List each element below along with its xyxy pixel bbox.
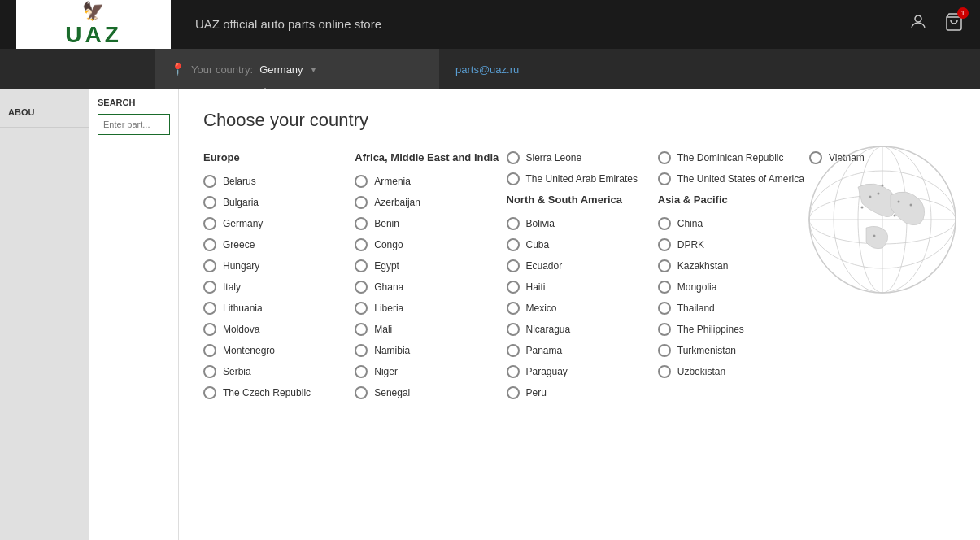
list-item[interactable]: Ghana bbox=[355, 281, 506, 294]
list-item[interactable]: Belarus bbox=[203, 175, 355, 188]
radio-circle bbox=[507, 344, 520, 357]
radio-circle bbox=[355, 365, 368, 378]
list-item[interactable]: Mongolia bbox=[658, 281, 809, 294]
radio-circle bbox=[355, 196, 368, 209]
list-item[interactable]: Namibia bbox=[355, 344, 506, 357]
list-item[interactable]: Sierra Leone bbox=[507, 151, 658, 164]
radio-circle bbox=[658, 217, 671, 230]
list-item[interactable]: Mali bbox=[355, 323, 506, 336]
radio-circle bbox=[507, 281, 520, 294]
radio-circle bbox=[203, 365, 216, 378]
country-name: Armenia bbox=[374, 176, 411, 187]
list-item[interactable]: Turkmenistan bbox=[658, 344, 809, 357]
country-name: Benin bbox=[374, 218, 399, 229]
pin-icon: 📍 bbox=[171, 63, 185, 76]
radio-circle bbox=[507, 151, 520, 164]
list-item[interactable]: Germany bbox=[203, 217, 355, 230]
country-name: Belarus bbox=[223, 176, 256, 187]
bg-decorative-text: UASE bbox=[285, 434, 369, 540]
country-name: Senegal bbox=[374, 387, 410, 398]
country-selector[interactable]: 📍 Your country: Germany ▼ bbox=[155, 49, 439, 89]
list-item[interactable]: Azerbaijan bbox=[355, 196, 506, 209]
search-input[interactable] bbox=[98, 114, 170, 135]
country-name: Mali bbox=[374, 324, 392, 335]
country-name: The Czech Republic bbox=[223, 387, 311, 398]
list-item[interactable]: Benin bbox=[355, 217, 506, 230]
list-item[interactable]: Panama bbox=[507, 344, 658, 357]
list-item[interactable]: The United Arab Emirates bbox=[507, 172, 658, 185]
country-panel: Choose your country bbox=[179, 89, 980, 540]
logo-icon: 🦅 UAZ bbox=[65, 1, 122, 48]
country-name: Bolivia bbox=[526, 218, 555, 229]
svg-point-0 bbox=[915, 15, 921, 22]
list-item[interactable]: Serbia bbox=[203, 365, 355, 378]
radio-circle bbox=[658, 259, 671, 272]
list-item[interactable]: Thailand bbox=[658, 302, 809, 315]
country-name: Italy bbox=[223, 281, 241, 293]
country-name: Moldova bbox=[223, 324, 259, 335]
cart-icon[interactable]: 1 bbox=[944, 12, 964, 37]
sidebar-item-about[interactable]: ABOU bbox=[0, 98, 89, 128]
country-name: Turkmenistan bbox=[677, 345, 736, 356]
list-item[interactable]: Egypt bbox=[355, 259, 506, 272]
list-item[interactable]: Mexico bbox=[507, 302, 658, 315]
list-item[interactable]: DPRK bbox=[658, 238, 809, 251]
country-name: Bulgaria bbox=[223, 197, 259, 208]
list-item[interactable]: Liberia bbox=[355, 302, 506, 315]
email-link[interactable]: parts@uaz.ru bbox=[439, 63, 535, 76]
chevron-down-icon: ▼ bbox=[310, 65, 318, 74]
col-header-africa: Africa, Middle East and India bbox=[355, 151, 506, 163]
list-item[interactable]: Congo bbox=[355, 238, 506, 251]
list-item[interactable]: Greece bbox=[203, 238, 355, 251]
list-item[interactable]: Paraguay bbox=[507, 365, 658, 378]
list-item[interactable]: Kazakhstan bbox=[658, 259, 809, 272]
list-item[interactable]: Hungary bbox=[203, 259, 355, 272]
radio-circle bbox=[507, 365, 520, 378]
country-name: Liberia bbox=[374, 303, 403, 314]
list-item[interactable]: Moldova bbox=[203, 323, 355, 336]
list-item[interactable]: The Dominican Republic bbox=[658, 151, 809, 164]
col-africa: Africa, Middle East and India Armenia Az… bbox=[355, 151, 506, 407]
country-name: Kazakhstan bbox=[677, 260, 729, 272]
country-name: Paraguay bbox=[526, 366, 568, 377]
list-item[interactable]: The Czech Republic bbox=[203, 386, 355, 399]
list-item[interactable]: The United States of America bbox=[658, 172, 809, 185]
list-item[interactable]: Cuba bbox=[507, 238, 658, 251]
list-item[interactable]: Haiti bbox=[507, 281, 658, 294]
col-header-europe: Europe bbox=[203, 151, 355, 163]
country-label: Your country: bbox=[191, 63, 253, 76]
list-item[interactable]: Armenia bbox=[355, 175, 506, 188]
svg-point-15 bbox=[861, 207, 864, 209]
logo-wings: 🦅 bbox=[82, 1, 104, 22]
list-item[interactable]: The Philippines bbox=[658, 323, 809, 336]
radio-circle bbox=[203, 344, 216, 357]
list-item[interactable]: Montenegro bbox=[203, 344, 355, 357]
country-name: Mongolia bbox=[677, 281, 717, 293]
radio-circle bbox=[355, 259, 368, 272]
col-asia: The Dominican Republic The United States… bbox=[658, 151, 809, 407]
list-item[interactable]: Bolivia bbox=[507, 217, 658, 230]
country-name: Azerbaijan bbox=[374, 197, 420, 208]
country-name: Congo bbox=[374, 239, 403, 250]
col-americas: Sierra Leone The United Arab Emirates No… bbox=[507, 151, 658, 407]
list-item[interactable]: Ecuador bbox=[507, 259, 658, 272]
country-name: Niger bbox=[374, 366, 398, 377]
list-item[interactable]: Uzbekistan bbox=[658, 365, 809, 378]
user-icon[interactable] bbox=[908, 12, 928, 37]
svg-point-11 bbox=[898, 201, 900, 203]
svg-point-10 bbox=[878, 193, 880, 195]
list-item[interactable]: China bbox=[658, 217, 809, 230]
col-header-asia: Asia & Pacific bbox=[658, 194, 809, 206]
list-item[interactable]: Niger bbox=[355, 365, 506, 378]
radio-circle bbox=[658, 344, 671, 357]
list-item[interactable]: Peru bbox=[507, 386, 658, 399]
list-item[interactable]: Italy bbox=[203, 281, 355, 294]
list-item[interactable]: Bulgaria bbox=[203, 196, 355, 209]
list-item[interactable]: Lithuania bbox=[203, 302, 355, 315]
col-header-americas: North & South America bbox=[507, 194, 658, 206]
radio-circle bbox=[507, 172, 520, 185]
radio-circle bbox=[355, 302, 368, 315]
list-item[interactable]: Senegal bbox=[355, 386, 506, 399]
list-item[interactable]: Nicaragua bbox=[507, 323, 658, 336]
country-name: Ecuador bbox=[526, 260, 563, 272]
